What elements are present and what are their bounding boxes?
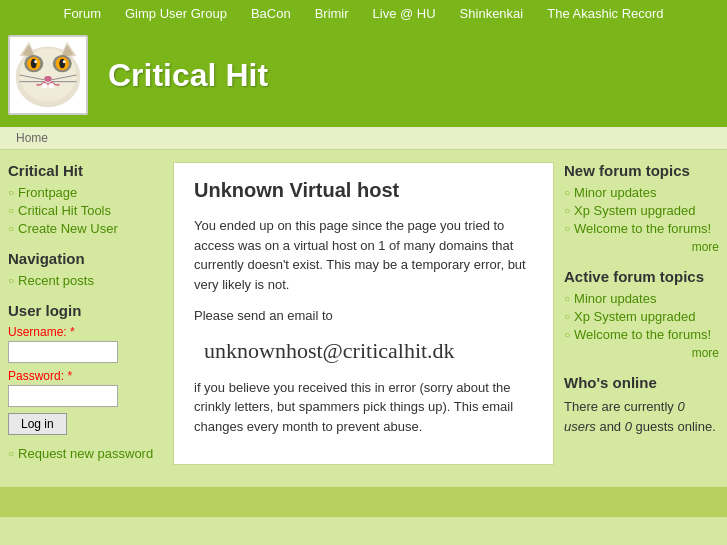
new-topic-link-1[interactable]: Minor updates	[574, 185, 656, 200]
site-header: Critical Hit	[0, 27, 727, 127]
username-required-star: *	[70, 325, 75, 339]
active-topic-link-3[interactable]: Welcome to the forums!	[574, 327, 711, 342]
new-topic-link-2[interactable]: Xp System upgraded	[574, 203, 695, 218]
new-topic-1[interactable]: ○ Minor updates	[564, 185, 719, 200]
sidebar-user-login-title: User login	[8, 302, 163, 319]
bullet-icon: ○	[8, 448, 14, 459]
bullet-icon: ○	[564, 187, 570, 198]
new-topic-link-3[interactable]: Welcome to the forums!	[574, 221, 711, 236]
bullet-icon: ○	[564, 223, 570, 234]
svg-point-14	[44, 76, 52, 82]
main-content-p2: Please send an email to	[194, 306, 533, 326]
nav-link-4[interactable]: Live @ HU	[373, 6, 436, 21]
top-navigation: ForumGimp User GroupBaConBrimirLive @ HU…	[0, 0, 727, 27]
create-user-link[interactable]: Create New User	[18, 221, 118, 236]
password-label: Password: *	[8, 369, 163, 383]
active-topic-link-2[interactable]: Xp System upgraded	[574, 309, 695, 324]
sidebar-item-frontpage[interactable]: ○ Frontpage	[8, 185, 163, 200]
bullet-icon: ○	[564, 205, 570, 216]
sidebar-item-create-user[interactable]: ○ Create New User	[8, 221, 163, 236]
email-address: unknownhost@criticalhit.dk	[204, 338, 533, 364]
nav-link-5[interactable]: Shinkenkai	[460, 6, 524, 21]
svg-rect-19	[42, 84, 47, 89]
main-content: Unknown Virtual host You ended up on thi…	[173, 162, 554, 465]
new-topic-2[interactable]: ○ Xp System upgraded	[564, 203, 719, 218]
active-forum-topics-title: Active forum topics	[564, 268, 719, 285]
bullet-icon: ○	[8, 187, 14, 198]
active-topic-3[interactable]: ○ Welcome to the forums!	[564, 327, 719, 342]
nav-link-3[interactable]: Brimir	[315, 6, 349, 21]
right-sidebar: New forum topics ○ Minor updates ○ Xp Sy…	[564, 162, 719, 465]
login-button[interactable]: Log in	[8, 413, 67, 435]
and-text: and	[596, 419, 625, 434]
main-content-title: Unknown Virtual host	[194, 179, 533, 202]
nav-link-0[interactable]: Forum	[63, 6, 101, 21]
new-topics-more-link[interactable]: more	[692, 240, 719, 254]
active-topic-link-1[interactable]: Minor updates	[574, 291, 656, 306]
nav-link-6[interactable]: The Akashic Record	[547, 6, 663, 21]
new-forum-topics-title: New forum topics	[564, 162, 719, 179]
sidebar-critical-hit-title: Critical Hit	[8, 162, 163, 179]
online-suffix: online.	[674, 419, 716, 434]
bullet-icon: ○	[564, 293, 570, 304]
new-topic-3[interactable]: ○ Welcome to the forums!	[564, 221, 719, 236]
svg-point-10	[31, 59, 37, 69]
active-topic-1[interactable]: ○ Minor updates	[564, 291, 719, 306]
svg-point-13	[63, 60, 66, 63]
bullet-icon: ○	[564, 329, 570, 340]
svg-point-11	[59, 59, 65, 69]
sidebar-item-tools[interactable]: ○ Critical Hit Tools	[8, 203, 163, 218]
breadcrumb: Home	[0, 127, 727, 150]
password-input[interactable]	[8, 385, 118, 407]
sidebar-item-request-password[interactable]: ○ Request new password	[8, 446, 163, 461]
breadcrumb-home[interactable]: Home	[16, 131, 48, 145]
main-layout: Critical Hit ○ Frontpage ○ Critical Hit …	[0, 150, 727, 477]
new-topics-more[interactable]: more	[564, 240, 719, 254]
bullet-icon: ○	[564, 311, 570, 322]
password-required-star: *	[67, 369, 72, 383]
guests-suffix: guests	[632, 419, 674, 434]
sidebar-navigation-title: Navigation	[8, 250, 163, 267]
guests-count: 0	[625, 419, 632, 434]
left-sidebar: Critical Hit ○ Frontpage ○ Critical Hit …	[8, 162, 163, 465]
main-content-p3: if you believe you received this in erro…	[194, 378, 533, 437]
recent-posts-link[interactable]: Recent posts	[18, 273, 94, 288]
active-topic-2[interactable]: ○ Xp System upgraded	[564, 309, 719, 324]
whos-online-text: There are currently 0 users and 0 guests…	[564, 397, 719, 436]
username-input[interactable]	[8, 341, 118, 363]
nav-link-1[interactable]: Gimp User Group	[125, 6, 227, 21]
bullet-icon: ○	[8, 223, 14, 234]
nav-link-2[interactable]: BaCon	[251, 6, 291, 21]
site-title: Critical Hit	[108, 57, 268, 94]
avatar	[8, 35, 88, 115]
footer	[0, 487, 727, 517]
bullet-icon: ○	[8, 205, 14, 216]
frontpage-link[interactable]: Frontpage	[18, 185, 77, 200]
sidebar-item-recent-posts[interactable]: ○ Recent posts	[8, 273, 163, 288]
username-label: Username: *	[8, 325, 163, 339]
tools-link[interactable]: Critical Hit Tools	[18, 203, 111, 218]
svg-rect-20	[49, 84, 54, 89]
active-topics-more-link[interactable]: more	[692, 346, 719, 360]
whos-online-title: Who's online	[564, 374, 719, 391]
whos-online-prefix: There are currently	[564, 399, 677, 414]
svg-point-12	[34, 60, 37, 63]
request-password-link[interactable]: Request new password	[18, 446, 153, 461]
active-topics-more[interactable]: more	[564, 346, 719, 360]
main-content-p1: You ended up on this page since the page…	[194, 216, 533, 294]
bullet-icon: ○	[8, 275, 14, 286]
